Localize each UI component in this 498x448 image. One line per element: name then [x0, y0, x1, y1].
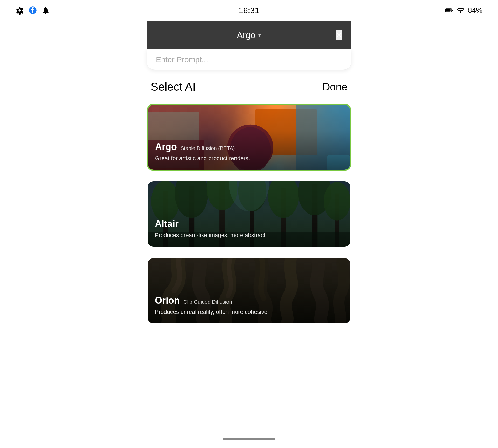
argo-name-row: Argo Stable Diffusion (BETA) [155, 141, 343, 152]
svg-rect-2 [446, 9, 450, 11]
altair-desc: Produces dream-like images, more abstrac… [155, 231, 343, 239]
status-time: 16:31 [239, 6, 259, 15]
altair-name: Altair [155, 218, 179, 229]
argo-badge: Stable Diffusion (BETA) [181, 145, 235, 151]
argo-name: Argo [155, 141, 177, 152]
done-button[interactable]: Done [322, 81, 347, 93]
app-title-text: Argo [237, 30, 255, 40]
close-button[interactable]: × [336, 30, 342, 40]
ai-card-orion[interactable]: Orion Clip Guided Diffusion Produces unr… [147, 257, 351, 324]
argo-content: Argo Stable Diffusion (BETA) Great for a… [148, 135, 350, 170]
argo-desc: Great for artistic and product renders. [155, 154, 343, 162]
ai-cards-list: Argo Stable Diffusion (BETA) Great for a… [147, 104, 351, 324]
orion-content: Orion Clip Guided Diffusion Produces unr… [148, 289, 350, 323]
orion-badge: Clip Guided Diffusion [183, 299, 232, 305]
altair-content: Altair Produces dream-like images, more … [148, 212, 350, 247]
ai-card-altair[interactable]: Altair Produces dream-like images, more … [147, 180, 351, 248]
prompt-bar: Enter Prompt... [147, 49, 351, 70]
prompt-placeholder: Enter Prompt... [156, 55, 208, 64]
status-icons-left [16, 6, 50, 15]
status-icons-right: 84% [445, 6, 482, 15]
app-title-chevron: ▾ [258, 31, 261, 39]
select-ai-header: Select AI Done [147, 80, 351, 93]
battery-icon [445, 6, 453, 15]
altair-name-row: Altair [155, 218, 343, 229]
orion-name: Orion [155, 295, 180, 306]
app-title: Argo ▾ [237, 30, 261, 40]
facebook-icon [29, 6, 37, 15]
ai-card-argo[interactable]: Argo Stable Diffusion (BETA) Great for a… [147, 104, 351, 171]
orion-desc: Produces unreal reality, often more cohe… [155, 308, 343, 316]
bell-icon [42, 6, 50, 15]
battery-percent: 84% [468, 6, 482, 15]
wifi-icon [457, 6, 465, 15]
orion-name-row: Orion Clip Guided Diffusion [155, 295, 343, 306]
main-content: Select AI Done [0, 70, 498, 448]
app-header: Argo ▾ × [147, 21, 351, 49]
status-bar: 16:31 84% [0, 0, 498, 21]
select-ai-title: Select AI [151, 80, 196, 93]
home-indicator [223, 438, 275, 440]
gear-icon [16, 6, 24, 15]
